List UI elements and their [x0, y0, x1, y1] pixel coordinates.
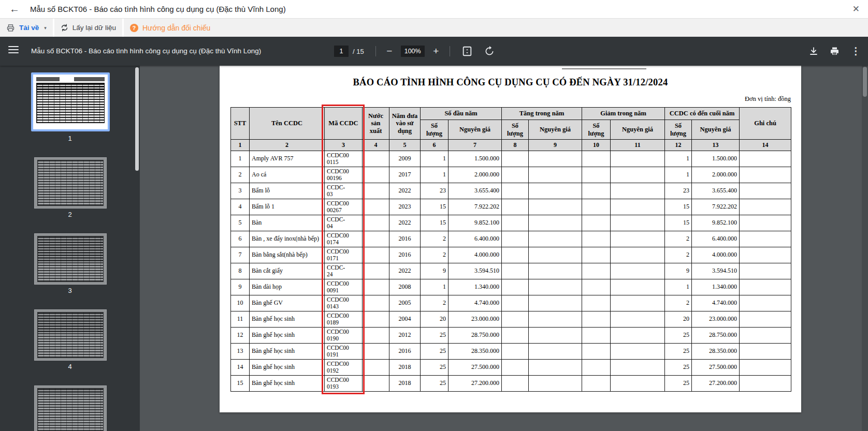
zoom-level-input[interactable]: 100% [401, 46, 425, 57]
table-cell: CCDC00 0191 [325, 344, 363, 360]
table-cell: 2023 [389, 199, 421, 215]
zoom-in-button[interactable]: + [430, 46, 442, 57]
sub-header-nguyen-gia: Nguyên giá [611, 120, 665, 140]
table-cell: 4.740.000 [692, 295, 740, 311]
table-cell: 13 [231, 344, 250, 360]
table-cell: Bàn cắt giấy [250, 263, 325, 279]
back-arrow-icon[interactable]: ← [9, 3, 20, 15]
table-cell [611, 344, 665, 360]
reload-data-button[interactable]: Lấy lại dữ liệu [54, 19, 122, 37]
table-cell: 1 [231, 151, 250, 167]
page-thumbnail-4[interactable] [34, 309, 107, 361]
sub-header-nguyen-gia: Nguyên giá [692, 120, 740, 140]
table-cell: 25 [421, 376, 449, 392]
table-cell: 7 [231, 247, 250, 263]
table-cell [502, 183, 529, 199]
table-cell: 3.655.400 [692, 183, 740, 199]
more-options-icon[interactable]: ⋮ [851, 45, 861, 57]
table-cell: Bàn , xe đẩy inox(nhà bếp) [250, 231, 325, 247]
table-cell: CCDC00 0190 [325, 328, 363, 344]
page-thumbnail-1[interactable] [31, 72, 110, 131]
table-cell: 23 [421, 183, 449, 199]
pdf-content-area: BÁO CÁO TÌNH HÌNH CÔNG CỤ DỤNG CỤ CÓ ĐẾN… [140, 66, 868, 431]
col-header-giam: Giảm trong năm [582, 108, 665, 120]
table-cell: 9 [231, 279, 250, 295]
col-number: 14 [740, 140, 791, 151]
thumbnail-page-number: 3 [0, 287, 140, 294]
table-cell: 2004 [389, 311, 421, 328]
table-cell: CCDC00 0193 [325, 376, 363, 392]
main-scrollbar-thumb[interactable] [863, 67, 867, 97]
table-cell [363, 215, 389, 231]
chevron-down-icon: ▾ [44, 25, 47, 31]
table-cell: 9 [421, 263, 449, 279]
fit-page-icon[interactable] [461, 46, 473, 57]
table-cell [611, 295, 665, 311]
table-cell [529, 151, 582, 167]
table-cell: CCDC- 03 [325, 183, 363, 199]
table-row: 9Bàn dài họpCCDC00 0091200811.340.00011.… [231, 279, 791, 295]
table-cell [502, 344, 529, 360]
table-cell: 2018 [389, 376, 421, 392]
download-button[interactable]: Tải về ▾ [0, 19, 53, 37]
col-number: 1 [231, 140, 250, 151]
table-cell: 28.750.000 [449, 328, 502, 344]
divider [450, 46, 450, 56]
guide-link[interactable]: ? Hướng dẫn đối chiếu [124, 19, 868, 37]
table-row: 12Bàn ghế học sinhCCDC00 019020122528.75… [231, 328, 791, 344]
page-thumbnail-5[interactable] [34, 385, 107, 431]
print-icon[interactable] [830, 47, 840, 56]
table-cell [502, 247, 529, 263]
table-cell: Bàn ghế học sinh [250, 360, 325, 376]
menu-icon[interactable] [8, 46, 19, 54]
download-icon[interactable] [809, 47, 818, 56]
sidebar-scrollbar-thumb[interactable] [135, 67, 139, 171]
table-cell: Bàn dài họp [250, 279, 325, 295]
table-row: 10Bàn ghế GVCCDC00 0143200524.740.00024.… [231, 295, 791, 311]
sub-header-so-luong: Số lượng [502, 120, 529, 140]
table-cell: 25 [421, 328, 449, 344]
rotate-icon[interactable] [484, 46, 495, 56]
col-number: 12 [665, 140, 692, 151]
table-cell [582, 247, 611, 263]
table-cell: CCDC- 24 [325, 263, 363, 279]
header-underline [562, 68, 646, 69]
table-cell [582, 279, 611, 295]
table-cell [529, 263, 582, 279]
table-cell [529, 167, 582, 183]
table-cell: CCDC00 0115 [325, 151, 363, 167]
table-cell: 8 [231, 263, 250, 279]
table-cell [363, 376, 389, 392]
zoom-out-button[interactable]: − [383, 46, 396, 57]
col-header-so-dau-nam: Số đầu năm [421, 108, 502, 120]
page-thumbnail-3[interactable] [34, 233, 107, 285]
table-cell: 12 [231, 328, 250, 344]
table-cell [611, 263, 665, 279]
table-cell [582, 295, 611, 311]
table-cell [740, 247, 791, 263]
pdf-toolbar-right: ⋮ [809, 45, 861, 57]
guide-label: Hướng dẫn đối chiếu [142, 24, 210, 32]
page-thumbnail-2[interactable] [34, 157, 107, 209]
table-cell: Bàn ghế học sinh [250, 328, 325, 344]
pdf-toolbar: Mẫu số BCKT06 - Báo cáo tình hình công c… [0, 37, 868, 66]
table-cell [502, 167, 529, 183]
col-header-ten: Tên CCDC [250, 108, 325, 140]
table-cell: 25 [665, 328, 692, 344]
table-cell: CCDC00 0192 [325, 360, 363, 376]
table-row: 5BànCCDC- 042022159.852.100159.852.100 [231, 215, 791, 231]
table-cell [611, 360, 665, 376]
table-cell [611, 215, 665, 231]
table-cell [529, 247, 582, 263]
table-cell: Bấm lỗ 1 [250, 199, 325, 215]
col-number: 4 [363, 140, 389, 151]
table-cell [363, 231, 389, 247]
page-number-input[interactable]: 1 [334, 46, 349, 57]
close-icon[interactable]: ✕ [852, 4, 860, 14]
reload-data-label: Lấy lại dữ liệu [73, 24, 116, 32]
table-cell [582, 328, 611, 344]
table-cell: 7.922.202 [692, 199, 740, 215]
table-cell [611, 311, 665, 328]
table-cell [529, 231, 582, 247]
table-cell: Bàn ghế học sinh [250, 376, 325, 392]
